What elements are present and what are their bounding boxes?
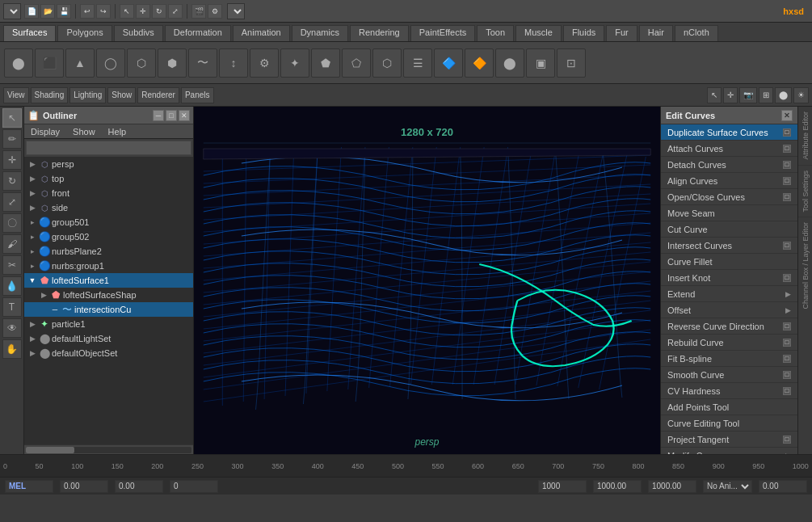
ec-item-13[interactable]: Rebuild Curve□ [661, 335, 797, 351]
tree-default-light-set[interactable]: ▶ ⬤ defaultLightSet [24, 331, 193, 346]
paint-tool[interactable]: ✏ [2, 129, 22, 149]
save-file-icon[interactable]: 💾 [57, 4, 71, 19]
rotate-icon[interactable]: ↻ [152, 4, 166, 19]
new-file-icon[interactable]: 📄 [24, 4, 39, 19]
tb2-lighting[interactable]: Lighting [69, 87, 106, 103]
ec-item-14[interactable]: Fit B-spline□ [661, 351, 797, 367]
shelf-btn-6[interactable]: ⬢ [158, 48, 187, 78]
outliner-search-input[interactable] [26, 141, 191, 155]
outliner-menu-help[interactable]: Help [102, 124, 133, 138]
shelf-btn-7[interactable]: 〜 [188, 48, 217, 78]
ec-item-10[interactable]: Extend▶ [661, 286, 797, 302]
ec-item-0[interactable]: Duplicate Surface Curves□ [661, 124, 797, 141]
tree-top[interactable]: ▶ ⬡ top [24, 171, 193, 186]
ec-item-2[interactable]: Detach Curves□ [661, 157, 797, 173]
rotate-tool[interactable]: ↻ [2, 171, 22, 191]
objects-dropdown[interactable]: Objects [227, 3, 245, 19]
surfaces-dropdown[interactable]: Surfaces [3, 3, 21, 19]
ec-options-box[interactable]: □ [783, 274, 791, 282]
shelf-btn-9[interactable]: ⚙ [250, 48, 279, 78]
shelf-btn-17[interactable]: ⬤ [495, 48, 524, 78]
ec-item-20[interactable]: Modify Curves▶ [661, 448, 797, 454]
tab-painteffects[interactable]: PaintEffects [410, 25, 476, 41]
ec-options-box[interactable]: □ [783, 145, 791, 153]
tab-muscle[interactable]: Muscle [515, 25, 562, 41]
tree-group502[interactable]: ▸ 🔵 group502 [24, 229, 193, 244]
shelf-btn-13[interactable]: ⬡ [372, 48, 402, 78]
select-tool[interactable]: ↖ [2, 108, 22, 128]
ec-options-box[interactable]: □ [783, 322, 791, 330]
scale-icon[interactable]: ⤢ [168, 4, 183, 19]
settings-icon[interactable]: ⚙ [208, 4, 222, 19]
hand-tool[interactable]: ✋ [2, 339, 22, 359]
ec-item-16[interactable]: CV Hardness□ [661, 383, 797, 399]
tb2-icon-sun[interactable]: ☀ [793, 87, 809, 103]
hscroll-thumb[interactable] [26, 447, 74, 453]
tab-fluids[interactable]: Fluids [563, 25, 604, 41]
ec-item-17[interactable]: Add Points Tool [661, 399, 797, 415]
ec-options-box[interactable]: □ [783, 242, 791, 250]
tab-toon[interactable]: Toon [477, 25, 514, 41]
outliner-minimize[interactable]: ─ [153, 110, 164, 121]
tree-particle1[interactable]: ▶ ✦ particle1 [24, 317, 193, 331]
tb2-view[interactable]: View [3, 87, 29, 103]
tb2-shading[interactable]: Shading [31, 87, 69, 103]
tree-lofted-shape[interactable]: ▶ ⬟ loftedSurfaceShap [24, 288, 193, 302]
tab-polygons[interactable]: Polygons [57, 25, 111, 41]
tb2-show[interactable]: Show [107, 87, 136, 103]
ec-item-6[interactable]: Cut Curve [661, 221, 797, 238]
tool-settings-label[interactable]: Tool Settings [800, 166, 811, 217]
shelf-btn-1[interactable]: ⬤ [4, 48, 33, 78]
ec-options-box[interactable]: □ [783, 193, 791, 201]
ec-options-box[interactable]: □ [783, 128, 791, 137]
ec-item-19[interactable]: Project Tangent□ [661, 431, 797, 448]
tree-nurbs-group[interactable]: ▸ 🔵 nurbs:group1 [24, 259, 193, 273]
shelf-btn-3[interactable]: ▲ [65, 48, 95, 78]
ec-item-9[interactable]: Insert Knot□ [661, 270, 797, 286]
move-icon[interactable]: ✛ [136, 4, 150, 19]
ec-item-7[interactable]: Intersect Curves□ [661, 238, 797, 254]
ec-item-18[interactable]: Curve Editing Tool [661, 415, 797, 431]
ec-item-15[interactable]: Smooth Curve□ [661, 367, 797, 383]
ec-options-box[interactable]: □ [783, 161, 791, 169]
tree-side[interactable]: ▶ ⬡ side [24, 200, 193, 215]
channel-box-label[interactable]: Channel Box / Layer Editor [800, 217, 811, 314]
ec-item-8[interactable]: Curve Fillet [661, 254, 797, 270]
tree-lofted-surface[interactable]: ▼ ⬟ loftedSurface1 [24, 273, 193, 288]
ec-item-12[interactable]: Reverse Curve Direction□ [661, 318, 797, 335]
open-file-icon[interactable]: 📂 [40, 4, 55, 19]
knife-tool[interactable]: ✂ [2, 255, 22, 275]
tab-dynamics[interactable]: Dynamics [292, 25, 348, 41]
shelf-btn-14[interactable]: ☰ [403, 48, 432, 78]
move-tool[interactable]: ✛ [2, 150, 22, 170]
shelf-btn-18[interactable]: ▣ [526, 48, 555, 78]
anim-select[interactable]: No Ani... [703, 480, 752, 493]
tab-subdivs[interactable]: Subdivs [114, 25, 163, 41]
redo-icon[interactable]: ↪ [96, 4, 111, 19]
tb2-icon-render[interactable]: ⬤ [775, 87, 792, 103]
select-icon[interactable]: ↖ [120, 4, 134, 19]
tab-deformation[interactable]: Deformation [165, 25, 231, 41]
shelf-btn-8[interactable]: ↕ [219, 48, 248, 78]
shelf-btn-15[interactable]: 🔷 [434, 48, 463, 78]
undo-icon[interactable]: ↩ [80, 4, 95, 19]
shelf-btn-5[interactable]: ⬡ [127, 48, 156, 78]
ec-item-3[interactable]: Align Curves□ [661, 173, 797, 189]
type-tool[interactable]: T [2, 297, 22, 317]
outliner-menu-display[interactable]: Display [24, 124, 66, 138]
ec-options-box[interactable]: □ [783, 339, 791, 347]
viewport[interactable]: 1280 x 720 persp [194, 107, 660, 454]
ec-options-box[interactable]: □ [783, 387, 791, 395]
ec-options-box[interactable]: □ [783, 371, 791, 379]
tab-ncloth[interactable]: nCloth [675, 25, 718, 41]
tab-animation[interactable]: Animation [233, 25, 290, 41]
ec-item-5[interactable]: Move Seam [661, 205, 797, 221]
ec-close-button[interactable]: ✕ [781, 110, 793, 121]
shelf-btn-19[interactable]: ⊡ [557, 48, 586, 78]
ec-item-11[interactable]: Offset▶ [661, 302, 797, 318]
shelf-btn-16[interactable]: 🔶 [465, 48, 494, 78]
ec-options-box[interactable]: □ [783, 177, 791, 185]
outliner-menu-show[interactable]: Show [66, 124, 102, 138]
eyedrop-tool[interactable]: 💧 [2, 276, 22, 296]
tb2-icon-arrow[interactable]: ↖ [707, 87, 722, 103]
